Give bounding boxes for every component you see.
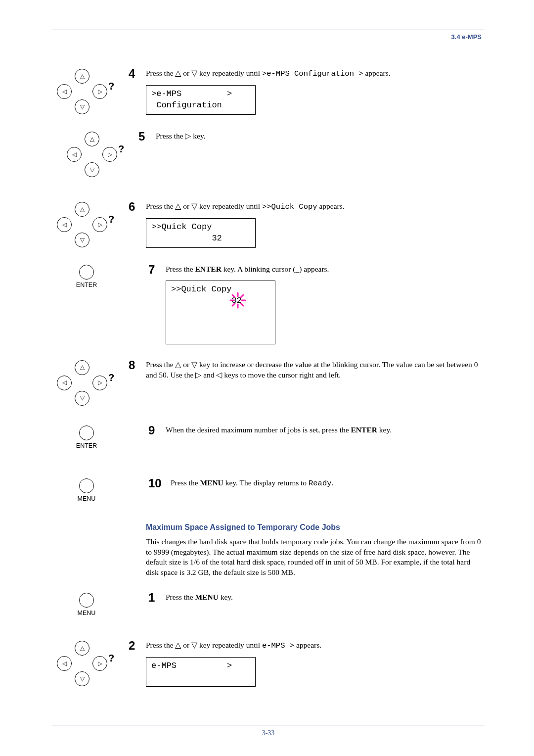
step-row: ? 8 Press the △ or ▽ key to increase or … [52,359,485,407]
step-text: Press the MENU key. [166,592,485,603]
step-text: Press the △ or ▽ key repeatedly until e-… [146,640,485,687]
lcd-display: >>Quick Copy 32 [146,218,256,248]
step-text: When the desired maximum number of jobs … [166,425,485,435]
icon-menu: MENU [52,477,148,508]
content: ? 4 Press the △ or ▽ key repeatedly unti… [52,68,485,688]
left-key-icon [57,217,72,232]
t: key. [377,425,392,434]
footer-rule [52,725,485,725]
t: key. [191,132,205,140]
nav-dpad-icon: ? [52,69,111,116]
t: Press the [171,478,200,487]
lcd-line: >e-MPS > [151,89,232,98]
step-row: ? 2 Press the △ or ▽ key repeatedly unti… [52,640,485,688]
lcd-display: >e-MPS > Configuration [146,85,256,115]
t: Press the [146,641,175,649]
code: e-MPS > [262,641,294,650]
t: Press the [146,202,175,210]
lcd-line: e-MPS > [151,661,232,670]
step-row: ENTER 7 Press the ENTER key. A blinking … [52,264,485,344]
t: key. The display returns to [223,478,309,487]
t: key repeatedly until [197,202,262,210]
t: key repeatedly until [197,69,262,77]
step-number: 5 [138,131,156,142]
t: key repeatedly until [197,641,262,649]
t: Press the [166,593,195,601]
down-key-icon [75,391,89,406]
down-key-icon [75,233,89,247]
lcd-line [151,672,250,683]
left-key-icon [57,656,72,671]
right-key-icon [102,147,117,162]
step-text: Press the MENU key. The display returns … [171,477,485,489]
section-body: This changes the hard disk space that ho… [146,537,485,578]
right-key-icon [92,217,107,232]
lcd-line: Configuration [151,100,250,111]
up-key-icon [75,202,89,217]
nav-dpad-icon: ? [52,641,111,688]
up-key-icon [75,360,89,375]
step-row: MENU 1 Press the MENU key. [52,592,485,622]
code: Ready [309,479,332,488]
down-key-icon [75,671,89,686]
t: . [332,478,334,487]
step-number: 4 [129,68,146,80]
page-number: 3-33 [52,729,485,737]
up-glyph: △ [175,69,181,77]
icon-navpad: ? [52,131,138,179]
t-bold: ENTER [195,265,221,273]
up-key-icon [85,132,99,146]
key-label: ENTER [76,282,97,288]
right-key-icon [92,84,107,99]
help-icon: ? [108,81,114,92]
t-bold: ENTER [351,425,377,434]
key-label: ENTER [76,442,97,449]
help-icon: ? [118,143,124,155]
step-row: ENTER 9 When the desired maximum number … [52,425,485,455]
icon-menu: MENU [52,592,148,622]
t-bold: MENU [200,478,223,487]
down-glyph: ▽ [191,69,197,77]
t: Press the [146,69,175,77]
page: 3.4 e-MPS ? 4 Press the △ or ▽ key repea… [0,0,534,756]
code: >>Quick Copy [262,202,317,211]
left-key-icon [57,84,72,99]
round-key-icon [79,265,94,280]
icon-enter: ENTER [52,264,148,294]
code: >e-MPS Configuration > [262,69,363,78]
t: appears. [317,202,345,210]
lcd-line: >>Quick Copy [151,222,212,232]
menu-key-icon: MENU [72,593,101,622]
lcd-display: >>Quick Copy 32 [166,281,275,344]
t: key. A blinking cursor (_) appears. [222,265,329,273]
key-label: MENU [78,610,96,616]
step-row: ? 4 Press the △ or ▽ key repeatedly unti… [52,68,485,116]
t-bold: MENU [195,593,218,601]
down-key-icon [75,99,89,114]
t: Press the [156,132,185,140]
nav-dpad-icon: ? [62,132,121,179]
right-glyph: ▷ [195,371,201,379]
help-icon: ? [108,372,114,383]
t: key. [219,593,233,601]
t: When the desired maximum number of jobs … [166,425,351,434]
icon-navpad: ? [52,68,129,116]
step-number: 7 [148,264,166,276]
t: Press the [166,265,195,273]
key-label: MENU [78,495,96,502]
step-row: ? 5 Press the ▷ key. [52,131,485,179]
step-text: Press the ENTER key. A blinking cursor (… [166,264,485,344]
step-text: Press the △ or ▽ key repeatedly until >>… [146,201,485,248]
step-number: 6 [129,201,146,213]
step-number: 10 [148,477,171,489]
t: appears. [294,641,321,649]
nav-dpad-icon: ? [52,202,111,249]
lcd-line: 32 [171,295,270,307]
lcd-display: e-MPS > [146,657,256,687]
right-key-icon [92,376,107,390]
step-row: MENU 10 Press the MENU key. The display … [52,477,485,508]
step-number: 1 [148,592,166,604]
round-key-icon [79,593,94,608]
help-icon: ? [108,653,114,664]
lcd-line: >>Quick Copy [171,284,231,294]
